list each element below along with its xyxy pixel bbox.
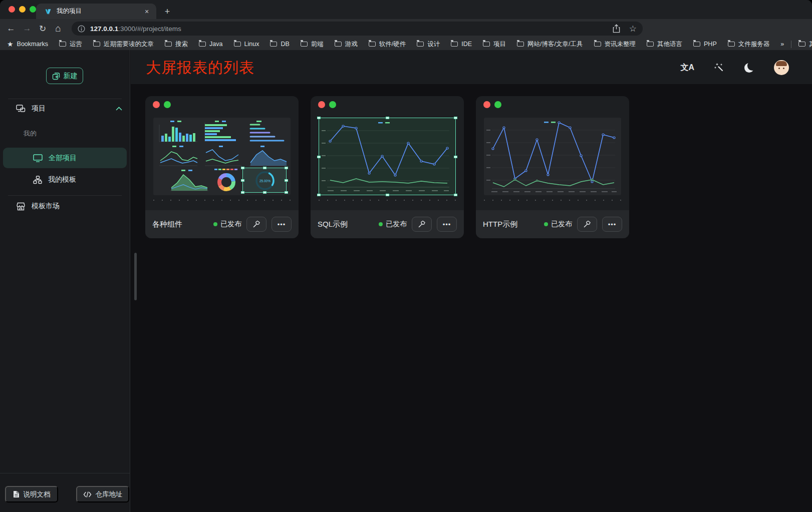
browser-tab[interactable]: 我的项目 × bbox=[36, 4, 156, 19]
url-host: 127.0.0.1 bbox=[90, 25, 118, 33]
page-header: 大屏报表的列表 文A bbox=[131, 50, 812, 84]
more-actions-button[interactable]: ••• bbox=[272, 217, 292, 232]
minimize-window-button[interactable] bbox=[19, 6, 26, 13]
card-red-dot bbox=[153, 101, 160, 108]
bookmark-folder[interactable]: 设计 bbox=[417, 40, 440, 49]
bookmark-folder[interactable]: PHP bbox=[693, 41, 717, 48]
browser-window: 我的项目 × + ← → ↻ ⌂ 127.0.0.1:3000/#/projec… bbox=[0, 0, 812, 512]
folder-icon bbox=[93, 42, 100, 47]
tab-strip: 我的项目 × + bbox=[0, 0, 812, 19]
status-badge: 已发布 bbox=[544, 220, 572, 229]
card-footer: 各种组件 已发布 ••• bbox=[145, 210, 299, 238]
bookmark-folder[interactable]: DB bbox=[270, 41, 289, 48]
home-icon[interactable]: ⌂ bbox=[52, 23, 64, 35]
url-path: :3000/#/project/items bbox=[118, 25, 181, 33]
project-title: SQL示例 bbox=[318, 220, 348, 229]
bookmark-folder[interactable]: 资讯未整理 bbox=[594, 40, 636, 49]
back-icon[interactable]: ← bbox=[5, 23, 17, 35]
scrollbar-thumb[interactable] bbox=[134, 253, 137, 300]
repo-button[interactable]: 仓库地址 bbox=[76, 486, 129, 502]
user-avatar[interactable] bbox=[774, 60, 789, 75]
sidebar-group-projects[interactable]: 项目 bbox=[16, 104, 122, 113]
edit-project-button[interactable] bbox=[412, 217, 432, 232]
template-nodes-icon bbox=[33, 176, 42, 184]
share-icon[interactable] bbox=[613, 24, 620, 33]
chevron-up-icon[interactable] bbox=[116, 107, 122, 111]
card-green-dot bbox=[329, 101, 336, 108]
bookmarks-root[interactable]: ★Bookmarks bbox=[7, 40, 48, 48]
bookmark-folder[interactable]: 文件服务器 bbox=[728, 40, 770, 49]
project-card[interactable]: HTTP示例 已发布 ••• bbox=[476, 96, 629, 238]
language-icon[interactable]: 文A bbox=[680, 63, 694, 73]
magic-wand-icon[interactable] bbox=[714, 63, 724, 73]
zoom-window-button[interactable] bbox=[30, 6, 36, 13]
card-green-dot bbox=[494, 101, 501, 108]
page-title: 大屏报表的列表 bbox=[146, 58, 254, 78]
project-card[interactable]: 25.00% 各种组件 已发布 ••• bbox=[145, 96, 299, 238]
reload-icon[interactable]: ↻ bbox=[37, 23, 49, 35]
new-project-button[interactable]: 新建 bbox=[46, 68, 83, 84]
browser-toolbar: ← → ↻ ⌂ 127.0.0.1:3000/#/project/items ☆… bbox=[0, 19, 812, 38]
svg-text:25.00%: 25.00% bbox=[259, 179, 270, 183]
dotted-separator bbox=[319, 200, 456, 201]
sidebar-footer: 说明文档 仓库地址 bbox=[0, 473, 130, 512]
folder-icon bbox=[417, 42, 424, 47]
card-red-dot bbox=[318, 101, 325, 108]
folder-icon bbox=[693, 42, 700, 47]
other-bookmarks[interactable]: 其他书签 bbox=[798, 40, 812, 49]
more-actions-button[interactable]: ••• bbox=[437, 217, 457, 232]
bookmarks-overflow-icon[interactable]: » bbox=[780, 41, 784, 48]
sidebar-item-my-templates[interactable]: 我的模板 bbox=[33, 175, 123, 184]
folder-icon bbox=[59, 42, 66, 47]
folder-icon bbox=[199, 42, 206, 47]
sidebar-item-template-market[interactable]: 模板市场 bbox=[16, 202, 122, 211]
folder-icon bbox=[335, 42, 342, 47]
tab-close-icon[interactable]: × bbox=[142, 7, 151, 16]
more-actions-button[interactable]: ••• bbox=[602, 217, 622, 232]
bookmark-folder[interactable]: IDE bbox=[451, 41, 472, 48]
folder-icon bbox=[165, 42, 172, 47]
goview-favicon-icon bbox=[44, 8, 52, 16]
bookmark-folder[interactable]: 其他语言 bbox=[647, 40, 682, 49]
status-badge: 已发布 bbox=[379, 220, 407, 229]
bookmark-folder[interactable]: 游戏 bbox=[335, 40, 358, 49]
close-window-button[interactable] bbox=[9, 6, 15, 13]
dotted-separator bbox=[484, 200, 621, 201]
sidebar-item-all-projects[interactable]: 全部项目 bbox=[3, 148, 127, 168]
card-footer: HTTP示例 已发布 ••• bbox=[476, 210, 629, 238]
bookmark-folder[interactable]: 项目 bbox=[483, 40, 506, 49]
project-thumbnail bbox=[484, 118, 621, 195]
bookmark-folder[interactable]: 近期需要读的文章 bbox=[93, 40, 154, 49]
bookmark-folder[interactable]: 软件/硬件 bbox=[369, 40, 406, 49]
line-chart-preview bbox=[319, 118, 455, 195]
folder-icon bbox=[234, 42, 241, 47]
card-red-dot bbox=[483, 101, 490, 108]
new-tab-button[interactable]: + bbox=[161, 6, 173, 18]
bookmark-folder[interactable]: Java bbox=[199, 41, 222, 48]
goview-app: 新建 项目 我的 bbox=[0, 50, 812, 512]
address-bar[interactable]: 127.0.0.1:3000/#/project/items ☆ bbox=[72, 22, 643, 36]
forward-icon[interactable]: → bbox=[21, 23, 33, 35]
tab-title: 我的项目 bbox=[57, 7, 142, 16]
document-icon bbox=[13, 490, 20, 498]
bookmark-folder[interactable]: 运营 bbox=[59, 40, 82, 49]
divider bbox=[8, 195, 122, 196]
bookmark-folder[interactable]: 前端 bbox=[301, 40, 324, 49]
edit-project-button[interactable] bbox=[577, 217, 597, 232]
edit-project-button[interactable] bbox=[246, 217, 266, 232]
folder-icon bbox=[483, 42, 490, 47]
site-info-icon[interactable] bbox=[78, 25, 85, 33]
dark-mode-moon-icon[interactable] bbox=[744, 63, 754, 73]
docs-button[interactable]: 说明文档 bbox=[5, 486, 58, 502]
copy-plus-icon bbox=[52, 72, 60, 80]
project-title: 各种组件 bbox=[152, 220, 182, 229]
project-card[interactable]: SQL示例 已发布 ••• bbox=[311, 96, 464, 238]
bookmark-star-icon[interactable]: ☆ bbox=[629, 24, 637, 34]
project-thumbnail-selected bbox=[319, 118, 456, 195]
card-green-dot bbox=[164, 101, 171, 108]
code-icon bbox=[83, 491, 92, 497]
bookmark-folder[interactable]: Linux bbox=[234, 41, 259, 48]
bookmark-folder[interactable]: 搜索 bbox=[165, 40, 188, 49]
bookmark-folder[interactable]: 网站/博客/文章/工具 bbox=[517, 40, 583, 49]
folder-icon bbox=[451, 42, 458, 47]
